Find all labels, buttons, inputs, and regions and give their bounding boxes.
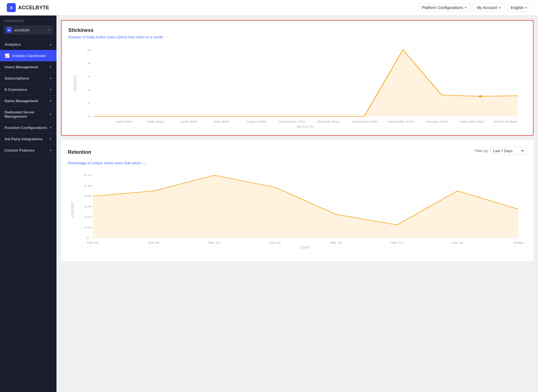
sidebar-section-subscriptions: Subscriptions ▼ — [0, 73, 56, 84]
info-icon: i — [143, 161, 147, 165]
namespace-selector[interactable]: ■ accelbyte ▼ — [3, 25, 53, 34]
svg-text:July 2021: July 2021 — [214, 120, 230, 123]
svg-text:August 2021: August 2021 — [246, 120, 267, 123]
svg-text:February 2022: February 2022 — [460, 120, 484, 123]
svg-text:0: 0 — [87, 236, 89, 239]
namespace-icon: ■ — [6, 27, 12, 33]
namespace-name: accelbyte — [14, 28, 45, 32]
sidebar: NAMESPACE ■ accelbyte ▼ Analytics ▲ 📈 An… — [0, 16, 56, 392]
namespace-label: NAMESPACE — [0, 16, 56, 24]
svg-text:Mar 10: Mar 10 — [208, 241, 220, 244]
sidebar-item-users-management[interactable]: Users Management ▼ — [0, 62, 56, 73]
sidebar-section-game-management: Game Management ▼ — [0, 95, 56, 107]
svg-text:0.12: 0.12 — [84, 174, 92, 177]
chevron-down-icon: ▼ — [49, 77, 52, 80]
svg-text:0.04: 0.04 — [84, 216, 92, 218]
svg-text:Today: Today — [513, 241, 524, 244]
sidebar-section-dedicated-server: Dedicated Server Management ▼ — [0, 107, 56, 122]
retention-chart-subtitle: Percentage of unique active users that r… — [68, 161, 527, 165]
svg-text:8: 8 — [88, 62, 90, 64]
svg-text:4: 4 — [88, 88, 90, 91]
svg-text:Mar 14: Mar 14 — [452, 241, 463, 244]
svg-text:October 2021: October 2021 — [317, 120, 340, 123]
retention-chart-card: Retention Filter by Last 7 Days Last 14 … — [61, 140, 533, 261]
sidebar-item-analytics-dashboard[interactable]: 📈 Analytics Dashboard — [0, 50, 56, 61]
stickiness-chart-card: Stickiness Number of Daily Active Users … — [61, 20, 533, 136]
sidebar-section-3rd-party: 3rd Party Integrations ▼ — [0, 133, 56, 145]
logo-text: ACCELBYTE — [18, 5, 49, 11]
sidebar-item-subscriptions[interactable]: Subscriptions ▼ — [0, 73, 56, 84]
logo: A ACCELBYTE — [7, 3, 49, 12]
svg-text:MONTH: MONTH — [297, 125, 314, 128]
platform-config-button[interactable]: Platform Configurations ▼ — [418, 3, 471, 12]
svg-text:Mar 11: Mar 11 — [269, 241, 281, 244]
stickiness-chart-area: 0 2 4 6 8 10 PERCENT April 2021 May 2021… — [68, 44, 526, 128]
sidebar-item-dedicated-server[interactable]: Dedicated Server Management ▼ — [0, 107, 56, 122]
svg-text:DAY: DAY — [301, 246, 310, 249]
retention-chart-area: 0 0.02 0.04 0.06 0.08 0.10 0.12 PERCENT … — [68, 170, 527, 254]
retention-chart-title: Retention — [68, 149, 91, 155]
svg-text:0.06: 0.06 — [84, 205, 92, 208]
svg-text:PERCENT: PERCENT — [70, 202, 75, 217]
sidebar-item-analytics[interactable]: Analytics ▲ — [0, 39, 56, 50]
svg-text:Mar 12: Mar 12 — [330, 241, 342, 244]
svg-text:0.10: 0.10 — [84, 184, 92, 187]
sidebar-section-custom-features: Custom Features ▼ — [0, 145, 56, 156]
svg-text:September 2021: September 2021 — [278, 120, 306, 123]
sidebar-section-ecommerce: E-Commerce ▼ — [0, 84, 56, 95]
svg-text:Mar 09: Mar 09 — [148, 241, 160, 244]
svg-text:0: 0 — [88, 115, 90, 118]
sidebar-section-function-configs: Function Configurations ▼ — [0, 122, 56, 133]
stickiness-chart-subtitle: Number of Daily Active Users (DAU) that … — [68, 35, 526, 39]
svg-text:May 2021: May 2021 — [147, 120, 164, 123]
svg-text:PERCENT: PERCENT — [73, 75, 78, 91]
topnav-right: Platform Configurations ▼ My Account ▼ E… — [418, 3, 531, 12]
retention-chart-svg: 0 0.02 0.04 0.06 0.08 0.10 0.12 PERCENT … — [68, 170, 527, 254]
main-layout: NAMESPACE ■ accelbyte ▼ Analytics ▲ 📈 An… — [0, 16, 538, 392]
sidebar-section-analytics: Analytics ▲ 📈 Analytics Dashboard — [0, 39, 56, 62]
stickiness-dot — [479, 95, 482, 98]
sidebar-item-ecommerce[interactable]: E-Commerce ▼ — [0, 84, 56, 95]
account-button[interactable]: My Account ▼ — [473, 3, 505, 12]
filter-row: Filter by Last 7 Days Last 14 Days Last … — [475, 147, 527, 155]
stickiness-chart-svg: 0 2 4 6 8 10 PERCENT April 2021 May 2021… — [68, 44, 526, 128]
svg-text:November 2021: November 2021 — [352, 120, 379, 123]
filter-label: Filter by — [475, 149, 488, 153]
svg-text:2: 2 — [88, 102, 90, 104]
top-navigation: A ACCELBYTE Platform Configurations ▼ My… — [0, 0, 538, 16]
analytics-dashboard-icon: 📈 — [5, 53, 10, 58]
sidebar-item-custom-features[interactable]: Custom Features ▼ — [0, 145, 56, 156]
stickiness-chart-title: Stickiness — [68, 27, 526, 33]
chevron-down-icon: ▼ — [49, 149, 52, 152]
svg-text:10: 10 — [87, 48, 91, 51]
chevron-down-icon: ▼ — [49, 137, 52, 141]
sidebar-item-3rd-party[interactable]: 3rd Party Integrations ▼ — [0, 133, 56, 144]
svg-text:0.02: 0.02 — [84, 226, 92, 229]
svg-text:Mar 13: Mar 13 — [391, 241, 403, 244]
svg-text:January 2022: January 2022 — [425, 120, 448, 123]
svg-text:6: 6 — [88, 75, 90, 78]
main-content: Stickiness Number of Daily Active Users … — [56, 16, 538, 392]
chevron-down-icon: ▼ — [49, 113, 52, 116]
chevron-down-icon: ▼ — [49, 88, 52, 91]
chevron-down-icon: ▼ — [49, 99, 52, 102]
sidebar-item-game-management[interactable]: Game Management ▼ — [0, 95, 56, 106]
chevron-down-icon: ▼ — [498, 6, 501, 9]
svg-text:April 2021: April 2021 — [116, 120, 133, 123]
svg-text:December 2021: December 2021 — [388, 120, 415, 123]
language-button[interactable]: English ▼ — [507, 3, 531, 12]
chevron-down-icon: ▼ — [525, 6, 528, 9]
chevron-down-icon: ▼ — [464, 6, 467, 9]
stickiness-area — [93, 50, 518, 116]
filter-select[interactable]: Last 7 Days Last 14 Days Last 30 Days — [490, 147, 527, 155]
chevron-down-icon: ▼ — [49, 65, 52, 69]
sidebar-item-function-configs[interactable]: Function Configurations ▼ — [0, 122, 56, 133]
retention-area — [93, 175, 519, 238]
svg-text:Month-to-date: Month-to-date — [494, 120, 517, 123]
sidebar-section-users: Users Management ▼ — [0, 62, 56, 73]
chevron-up-icon: ▲ — [49, 43, 52, 46]
svg-text:Mar 08: Mar 08 — [87, 241, 99, 244]
chevron-down-icon: ▼ — [47, 29, 50, 32]
chevron-down-icon: ▼ — [49, 126, 52, 129]
svg-text:June 2021: June 2021 — [180, 120, 198, 123]
